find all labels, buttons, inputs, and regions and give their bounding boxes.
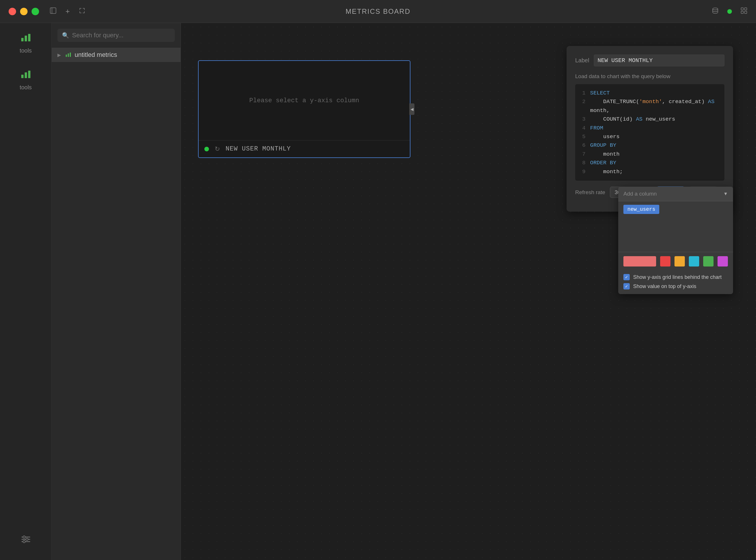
refresh-label: Refresh rate bbox=[575, 189, 605, 196]
dropdown-placeholder: Add a column bbox=[624, 191, 657, 197]
code-line-7: 7 month bbox=[580, 150, 720, 159]
color-bar[interactable] bbox=[624, 256, 656, 266]
code-line-5: 5 users bbox=[580, 133, 720, 141]
column-tag: new_users bbox=[624, 205, 659, 214]
search-icon: 🔍 bbox=[62, 32, 69, 39]
content-area: Please select a y-axis column ↻ NEW USER… bbox=[181, 23, 756, 560]
sidebar-label-2: tools bbox=[20, 84, 31, 91]
collapse-handle[interactable]: ◀ bbox=[409, 103, 415, 115]
checkbox-label-2: Show value on top of y-axis bbox=[633, 283, 696, 289]
svg-rect-9 bbox=[28, 34, 30, 41]
code-line-2: 2 DATE_TRUNC('month', created_at) AS mon… bbox=[580, 97, 720, 115]
database-icon bbox=[712, 7, 719, 16]
chart-status-dot bbox=[204, 147, 209, 151]
checkboxes-section: ✓ Show y-axis grid lines behind the char… bbox=[618, 271, 733, 294]
chart-widget: Please select a y-axis column ↻ NEW USER… bbox=[198, 60, 411, 158]
svg-rect-4 bbox=[744, 8, 747, 10]
chevron-right-icon: ▶ bbox=[57, 52, 61, 58]
code-line-1: 1 SELECT bbox=[580, 89, 720, 97]
chart-title: NEW USER MONTHLY bbox=[226, 145, 291, 153]
color-swatch-cyan[interactable] bbox=[689, 256, 699, 266]
svg-rect-11 bbox=[25, 72, 27, 78]
status-dot-icon bbox=[727, 9, 732, 14]
color-swatch-red[interactable] bbox=[660, 256, 670, 266]
chart-icon bbox=[21, 32, 31, 44]
chart-placeholder-text: Please select a y-axis column bbox=[198, 61, 410, 140]
dropdown-panel: Add a column ▼ new_users ✓ Show y-axis g… bbox=[618, 187, 733, 294]
chart-refresh-icon[interactable]: ↻ bbox=[215, 145, 220, 153]
svg-rect-0 bbox=[50, 8, 56, 14]
checkbox-label-1: Show y-axis grid lines behind the chart bbox=[633, 274, 721, 280]
file-item-untitled[interactable]: ▶ untitled metrics bbox=[52, 48, 181, 62]
query-description: Load data to chart with the query below bbox=[575, 73, 724, 80]
svg-rect-3 bbox=[741, 8, 743, 10]
grid-icon bbox=[740, 7, 748, 16]
code-line-3: 3 COUNT(id) AS new_users bbox=[580, 115, 720, 123]
color-swatch-orange[interactable] bbox=[674, 256, 685, 266]
code-line-6: 6 GROUP BY bbox=[580, 141, 720, 149]
search-input[interactable] bbox=[72, 32, 170, 39]
add-tab-button[interactable]: + bbox=[63, 6, 72, 17]
sidebar-item-tools-1[interactable]: tools bbox=[20, 32, 31, 54]
checkbox-row-1[interactable]: ✓ Show y-axis grid lines behind the char… bbox=[624, 274, 728, 280]
svg-rect-12 bbox=[28, 71, 30, 78]
metrics-icon bbox=[65, 52, 71, 59]
dropdown-empty-space bbox=[618, 217, 733, 252]
label-row: Label NEW USER MONTHLY bbox=[575, 55, 724, 66]
svg-rect-6 bbox=[744, 11, 747, 14]
color-swatch-green[interactable] bbox=[703, 256, 714, 266]
svg-rect-20 bbox=[68, 54, 69, 57]
code-line-8: 8 ORDER BY bbox=[580, 159, 720, 167]
checkbox-2[interactable]: ✓ bbox=[624, 283, 630, 289]
label-prefix: Label bbox=[575, 57, 589, 64]
expand-button[interactable] bbox=[77, 6, 87, 17]
svg-point-18 bbox=[23, 540, 25, 543]
svg-rect-8 bbox=[25, 36, 27, 41]
svg-rect-7 bbox=[21, 38, 23, 41]
code-editor[interactable]: 1 SELECT 2 DATE_TRUNC('month', created_a… bbox=[575, 84, 724, 181]
svg-point-2 bbox=[713, 8, 718, 10]
color-swatch-purple[interactable] bbox=[717, 256, 728, 266]
file-panel: 🔍 ▶ untitled metrics bbox=[52, 23, 181, 560]
label-value[interactable]: NEW USER MONTHLY bbox=[594, 55, 724, 66]
app-title: METRICS BOARD bbox=[345, 7, 411, 16]
dropdown-chevron-icon: ▼ bbox=[723, 191, 728, 196]
svg-point-16 bbox=[23, 536, 25, 538]
sidebar-label-1: tools bbox=[20, 47, 31, 54]
settings-button[interactable] bbox=[21, 534, 31, 545]
dropdown-item-new-users[interactable]: new_users bbox=[618, 201, 733, 217]
traffic-lights bbox=[8, 8, 39, 15]
chart-footer: ↻ NEW USER MONTHLY bbox=[198, 140, 410, 157]
checkbox-1[interactable]: ✓ bbox=[624, 274, 630, 280]
sidebar-item-tools-2[interactable]: tools bbox=[20, 68, 31, 91]
svg-point-17 bbox=[26, 538, 28, 540]
main-container: tools tools bbox=[0, 23, 756, 560]
code-line-9: 9 month; bbox=[580, 167, 720, 176]
color-section bbox=[618, 252, 733, 271]
code-line-4: 4 FROM bbox=[580, 124, 720, 133]
svg-rect-10 bbox=[21, 75, 23, 78]
maximize-button[interactable] bbox=[31, 8, 39, 15]
minimize-button[interactable] bbox=[20, 8, 27, 15]
svg-rect-5 bbox=[741, 11, 743, 14]
search-bar[interactable]: 🔍 bbox=[57, 29, 175, 42]
titlebar: + METRICS BOARD bbox=[0, 0, 756, 23]
svg-rect-19 bbox=[66, 55, 67, 57]
dropdown-header[interactable]: Add a column ▼ bbox=[618, 187, 733, 201]
sidebar: tools tools bbox=[0, 23, 52, 560]
file-item-label: untitled metrics bbox=[75, 51, 117, 59]
svg-rect-21 bbox=[70, 53, 71, 57]
titlebar-right-icons bbox=[712, 7, 748, 16]
chart-icon-2 bbox=[21, 68, 31, 81]
sidebar-toggle-button[interactable] bbox=[48, 6, 59, 17]
checkbox-row-2[interactable]: ✓ Show value on top of y-axis bbox=[624, 283, 728, 289]
close-button[interactable] bbox=[8, 8, 16, 15]
